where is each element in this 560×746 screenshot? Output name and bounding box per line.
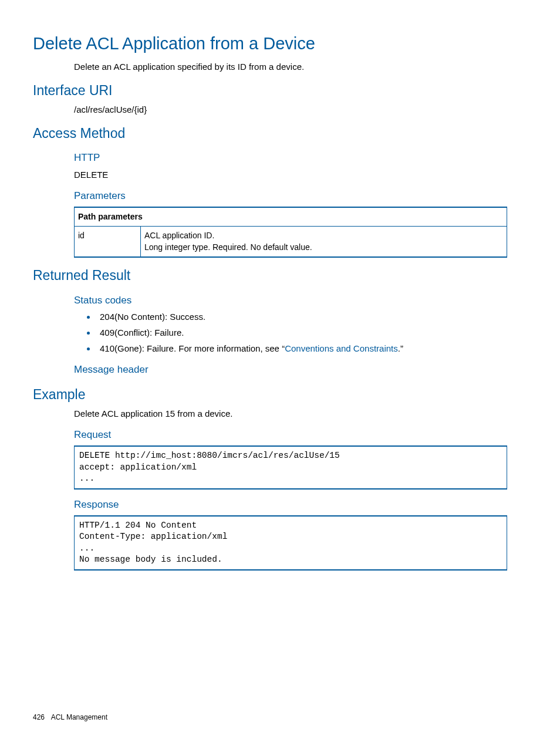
section-returned-result: Returned Result (33, 266, 527, 285)
sub-response: Response (74, 498, 527, 512)
conventions-link[interactable]: Conventions and Constraints (285, 343, 398, 353)
status-code-list: 204(No Content): Success. 409(Conflict):… (74, 310, 527, 355)
param-desc-line2: Long integer type. Required. No default … (144, 242, 503, 254)
interface-uri-value: /acl/res/aclUse/{id} (74, 103, 527, 116)
param-desc-cell: ACL application ID. Long integer type. R… (141, 227, 507, 258)
status-410-suffix: .” (398, 343, 403, 353)
table-row: id ACL application ID. Long integer type… (75, 227, 507, 258)
status-410-prefix: 410(Gone): Failure. For more information… (100, 343, 285, 353)
section-access-method: Access Method (33, 124, 527, 143)
section-example: Example (33, 385, 527, 404)
sub-parameters: Parameters (74, 189, 527, 203)
sub-request: Request (74, 428, 527, 442)
request-code-block: DELETE http://imc_host:8080/imcrs/acl/re… (74, 445, 507, 490)
parameters-table: Path parameters id ACL application ID. L… (74, 207, 507, 258)
response-code-block: HTTP/1.1 204 No Content Content-Type: ap… (74, 515, 507, 571)
section-interface-uri: Interface URI (33, 81, 527, 100)
table-header: Path parameters (75, 207, 507, 227)
sub-message-header: Message header (74, 363, 527, 377)
sub-status-codes: Status codes (74, 293, 527, 308)
param-name-cell: id (75, 227, 141, 258)
list-item: 409(Conflict): Failure. (96, 326, 527, 339)
example-intro: Delete ACL application 15 from a device. (74, 407, 527, 420)
page-intro: Delete an ACL application specified by i… (74, 60, 527, 73)
page-title: Delete ACL Application from a Device (33, 32, 527, 56)
list-item: 410(Gone): Failure. For more information… (96, 342, 527, 355)
list-item: 204(No Content): Success. (96, 310, 527, 323)
param-desc-line1: ACL application ID. (144, 230, 503, 242)
sub-http: HTTP (74, 151, 527, 165)
http-method-value: DELETE (74, 168, 527, 181)
